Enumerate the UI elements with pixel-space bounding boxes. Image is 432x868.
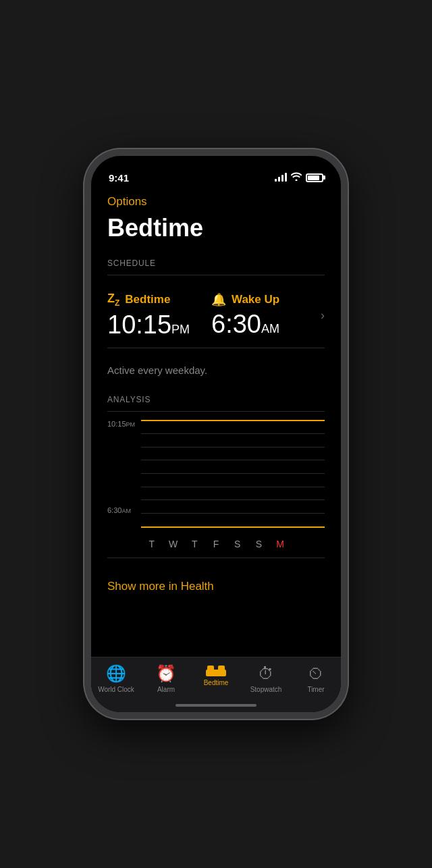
tab-world-clock[interactable]: 🌐 World Clock <box>91 664 141 693</box>
day-S2: S <box>250 539 267 549</box>
wifi-icon <box>291 172 302 183</box>
sleep-chart: 10:15PM 6:30AM <box>107 420 325 528</box>
wakeup-label: Wake Up <box>232 293 279 306</box>
schedule-section-label: SCHEDULE <box>107 259 325 268</box>
day-M: M <box>272 539 288 549</box>
tab-timer[interactable]: ⏲ Timer <box>291 664 341 693</box>
stopwatch-icon: ⏱ <box>258 664 274 683</box>
bedtime-label-row: ZZ Bedtime <box>107 292 211 308</box>
analysis-divider-top <box>107 411 325 412</box>
zzz-icon: ZZ <box>107 292 119 308</box>
bed-icon <box>206 664 226 676</box>
chart-bottom-label: 6:30AM <box>107 506 131 514</box>
screen: 9:41 <box>91 156 341 712</box>
options-link[interactable]: Options <box>107 195 325 209</box>
timer-icon: ⏲ <box>308 664 324 683</box>
chart-line-3 <box>141 460 325 460</box>
phone-frame: 9:41 <box>84 149 348 719</box>
chart-line-5 <box>141 487 325 487</box>
analysis-divider-bottom <box>107 558 325 558</box>
bell-icon: 🔔 <box>211 292 226 307</box>
tab-world-clock-label: World Clock <box>98 686 134 693</box>
battery-icon <box>306 173 323 182</box>
main-content: Options Bedtime SCHEDULE ZZ Bedtime 1 <box>91 190 341 658</box>
day-T2: T <box>186 539 202 549</box>
chart-line-6 <box>141 499 325 500</box>
home-indicator <box>176 704 256 707</box>
tab-alarm-label: Alarm <box>157 686 175 693</box>
analysis-section-label: ANALYSIS <box>107 395 325 404</box>
schedule-divider-top <box>107 275 325 275</box>
wakeup-label-row: 🔔 Wake Up <box>211 292 315 307</box>
schedule-row[interactable]: ZZ Bedtime 10:15PM 🔔 Wake Up <box>107 283 325 348</box>
day-S1: S <box>230 539 246 549</box>
tab-alarm[interactable]: ⏰ Alarm <box>141 664 191 693</box>
svg-rect-1 <box>207 666 214 671</box>
chevron-right-icon: › <box>321 308 325 323</box>
bedtime-item: ZZ Bedtime 10:15PM <box>107 292 211 340</box>
svg-rect-2 <box>218 666 225 671</box>
chart-line-top <box>141 420 325 421</box>
alarm-icon: ⏰ <box>156 664 176 683</box>
tab-bedtime[interactable]: Bedtime <box>191 664 241 686</box>
chart-line-2 <box>141 447 325 447</box>
tab-timer-label: Timer <box>307 686 324 693</box>
tab-bedtime-label: Bedtime <box>204 679 229 686</box>
signal-bars-icon <box>275 173 287 182</box>
day-W: W <box>165 539 182 549</box>
bedtime-label: Bedtime <box>125 293 170 306</box>
schedule-divider-bottom <box>107 348 325 348</box>
chart-area <box>141 420 325 528</box>
chart-line-4 <box>141 473 325 474</box>
chart-line-bottom <box>141 526 325 528</box>
world-clock-icon: 🌐 <box>106 664 126 683</box>
days-row: T W T F S S M <box>107 533 325 549</box>
chart-line-7 <box>141 513 325 514</box>
status-time: 9:41 <box>109 172 129 184</box>
analysis-section: ANALYSIS 10:15PM 6:30AM <box>107 395 325 558</box>
tab-stopwatch[interactable]: ⏱ Stopwatch <box>241 664 291 693</box>
notch <box>162 156 270 178</box>
active-days-text: Active every weekday. <box>107 356 325 384</box>
day-F: F <box>208 539 224 549</box>
show-more-health-link[interactable]: Show more in Health <box>107 566 325 604</box>
wakeup-item: 🔔 Wake Up 6:30AM <box>211 292 315 339</box>
bedtime-time: 10:15PM <box>107 310 211 340</box>
day-T1: T <box>144 539 160 549</box>
wakeup-time: 6:30AM <box>211 310 315 339</box>
status-icons <box>275 172 323 183</box>
page-title: Bedtime <box>107 214 325 242</box>
chart-line-1 <box>141 433 325 434</box>
chart-top-label: 10:15PM <box>107 420 135 428</box>
battery-fill <box>308 175 319 180</box>
phone-wrapper: 9:41 <box>0 0 432 868</box>
tab-stopwatch-label: Stopwatch <box>250 686 282 693</box>
